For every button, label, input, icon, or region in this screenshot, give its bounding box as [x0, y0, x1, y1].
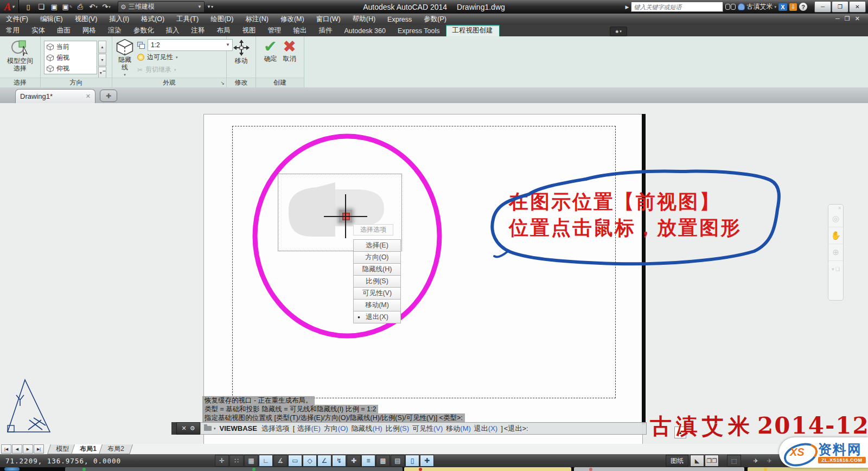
status-toggle-button[interactable]: ▦ — [244, 455, 258, 467]
ribbon-tab[interactable]: 参数化 — [127, 25, 160, 36]
command-option[interactable]: 方向(O) — [324, 424, 348, 432]
status-toggle-button[interactable]: ≡ — [361, 455, 375, 467]
minimize-button[interactable]: ─ — [814, 1, 831, 12]
status-toggle-button[interactable]: ∡ — [273, 455, 288, 467]
command-close-icon[interactable]: ✕ — [181, 425, 186, 432]
status-toggle-button[interactable]: ✚ — [420, 455, 434, 467]
signin-user[interactable]: 古滇艾米 ▾ — [738, 2, 776, 11]
move-button[interactable]: 移动 — [232, 39, 251, 65]
ribbon-tab[interactable]: Autodesk 360 — [339, 25, 392, 36]
command-input-strip[interactable]: ▾ VIEWBASE 选择选项 [ 选择(E)方向(O)隐藏线(H)比例(S)可… — [200, 422, 647, 435]
ribbon-tab[interactable]: 插件 — [313, 25, 339, 36]
ribbon-tab[interactable]: 输出 — [288, 25, 313, 36]
doc-close-icon[interactable]: ✕ — [855, 15, 860, 22]
ribbon-tab[interactable]: 渲染 — [102, 25, 127, 36]
panel-launcher-icon[interactable]: ↘ — [220, 80, 225, 86]
app-menu-button[interactable]: A▾ — [0, 0, 19, 14]
context-menu-item[interactable]: 可见性(V) — [353, 287, 401, 300]
ribbon-tab[interactable]: 管理 — [262, 25, 288, 36]
pan-hand-icon[interactable]: ✋ — [828, 227, 843, 244]
panel-label[interactable]: 修改 — [227, 78, 256, 87]
close-icon[interactable]: ✕ — [838, 206, 841, 211]
plot-icon[interactable]: ⎙ — [74, 2, 86, 12]
command-drag-handle[interactable]: ∷∷∷∷∷∷ — [171, 422, 176, 435]
ribbon-tab[interactable]: 网格 — [76, 25, 102, 36]
taskbar-app[interactable] — [574, 467, 744, 471]
qat-more-button[interactable]: ▼▾ — [206, 2, 214, 12]
zoom-orbit-icon[interactable]: ⊕ — [828, 244, 843, 261]
status-toggle-button[interactable]: ✛ — [215, 455, 229, 467]
drawing-canvas[interactable]: 选择选项 选择(E)方向(O)隐藏线(H)比例(S)可见性(V)移动(M)退出(… — [0, 103, 868, 444]
ribbon-tab[interactable]: 视图 — [237, 25, 262, 36]
undo-icon[interactable]: ↶▾ — [87, 2, 99, 12]
command-option[interactable]: 退出(X) — [474, 424, 497, 432]
cancel-button[interactable]: ✖ 取消 — [283, 39, 296, 62]
close-button[interactable]: ✕ — [849, 1, 866, 12]
command-line[interactable]: ∷∷∷∷∷∷ ✕ ⚙ ▾ VIEWBASE 选择选项 [ 选择(E)方向(O)隐… — [171, 422, 647, 435]
help-icon[interactable]: ? — [799, 3, 807, 11]
last-layout-icon[interactable]: ▶| — [34, 444, 44, 454]
save-as-icon[interactable]: ▣✎ — [61, 2, 73, 12]
save-icon[interactable]: ▣ — [48, 2, 60, 12]
ribbon-tab[interactable]: 注释 — [186, 25, 211, 36]
layout-tab[interactable]: 布局2 — [99, 444, 133, 454]
menu-item[interactable]: 帮助(H) — [347, 14, 381, 25]
menu-item[interactable]: 工具(T) — [170, 14, 205, 25]
status-toggle-button[interactable]: ▤ — [391, 455, 405, 467]
first-layout-icon[interactable]: |◀ — [1, 444, 11, 454]
ribbon-tab[interactable]: 实体 — [25, 25, 51, 36]
view-orientation-item[interactable]: 仰视 — [44, 63, 97, 74]
status-toggle-button[interactable]: ◇ — [303, 455, 317, 467]
menu-item[interactable]: 参数(P) — [418, 14, 452, 25]
navbar-more-icon[interactable]: ▾ ❏ — [828, 261, 843, 277]
ribbon-tab[interactable]: 工程视图创建 — [446, 25, 500, 36]
context-menu-item[interactable]: 隐藏线(H) — [353, 263, 401, 276]
new-drawing-tab-button[interactable]: ✚ — [100, 90, 117, 102]
doc-minimize-icon[interactable]: ─ — [835, 15, 840, 22]
context-menu-item[interactable]: 方向(O) — [353, 251, 401, 264]
command-customize-icon[interactable]: ⚙ — [190, 425, 195, 432]
status-toggle-button[interactable]: ✚ — [347, 455, 361, 467]
status-toggle-button[interactable]: ↯ — [332, 455, 346, 467]
autodesk-download-icon[interactable]: ⇩ — [789, 3, 797, 11]
view-orientation-item[interactable]: 俯视 — [44, 52, 97, 63]
quick-view-layouts-icon[interactable]: ◣ — [690, 455, 704, 467]
menu-item[interactable]: 绘图(D) — [205, 14, 239, 25]
ribbon-minimize-button[interactable]: ◉ ▾ — [610, 27, 627, 36]
menu-item[interactable]: 修改(M) — [275, 14, 310, 25]
status-toggle-button[interactable]: ▩ — [376, 455, 390, 467]
command-option[interactable]: 选择(E) — [297, 424, 320, 432]
annotation-visibility-icon[interactable]: ✈ — [749, 455, 762, 466]
ribbon-tab[interactable]: 曲面 — [51, 25, 76, 36]
context-menu-item[interactable]: 退出(X) — [353, 311, 401, 323]
status-toggle-button[interactable]: ∠ — [317, 455, 331, 467]
ok-button[interactable]: ✔ 确定 — [264, 39, 277, 62]
file-tab-drawing1[interactable]: Drawing1* ✕ — [15, 89, 95, 103]
taskbar-app[interactable] — [65, 467, 403, 471]
exchange-apps-icon[interactable]: X — [778, 3, 787, 11]
view-orientation-item[interactable]: 当前 — [44, 41, 97, 52]
scroll-up-icon[interactable]: ▲ — [98, 41, 106, 53]
infocenter-flyout-icon[interactable]: ▶ — [626, 4, 629, 10]
menu-item[interactable]: Express — [381, 14, 418, 25]
menu-item[interactable]: 插入(I) — [103, 14, 135, 25]
context-menu-item[interactable]: 比例(S) — [353, 275, 401, 288]
menu-item[interactable]: 编辑(E) — [34, 14, 69, 25]
command-option[interactable]: 隐藏线(H) — [352, 424, 382, 432]
command-option[interactable]: 比例(S) — [386, 424, 409, 432]
menu-item[interactable]: 文件(F) — [0, 14, 34, 25]
annotation-scale-icon[interactable]: ⬚ — [727, 455, 741, 467]
open-file-icon[interactable]: ❏ — [35, 2, 47, 12]
redo-icon[interactable]: ↷▾ — [100, 2, 112, 12]
model-space-select-button[interactable]: 模型空间 选择 — [7, 39, 33, 72]
status-toggle-button[interactable]: ∟ — [259, 455, 273, 467]
prev-layout-icon[interactable]: ◀ — [12, 444, 22, 454]
edge-visibility-button[interactable]: 边可见性 ▾ — [137, 51, 233, 63]
context-menu-item[interactable]: 选择(E) — [353, 239, 401, 252]
command-option[interactable]: 可见性(V) — [412, 424, 443, 432]
status-toggle-button[interactable]: ∷ — [229, 455, 244, 467]
quick-view-drawings-icon[interactable]: ❐❐ — [705, 455, 719, 467]
ribbon-tab[interactable]: 布局 — [211, 25, 237, 36]
start-button[interactable] — [4, 467, 20, 471]
recent-commands-icon[interactable] — [204, 426, 212, 431]
